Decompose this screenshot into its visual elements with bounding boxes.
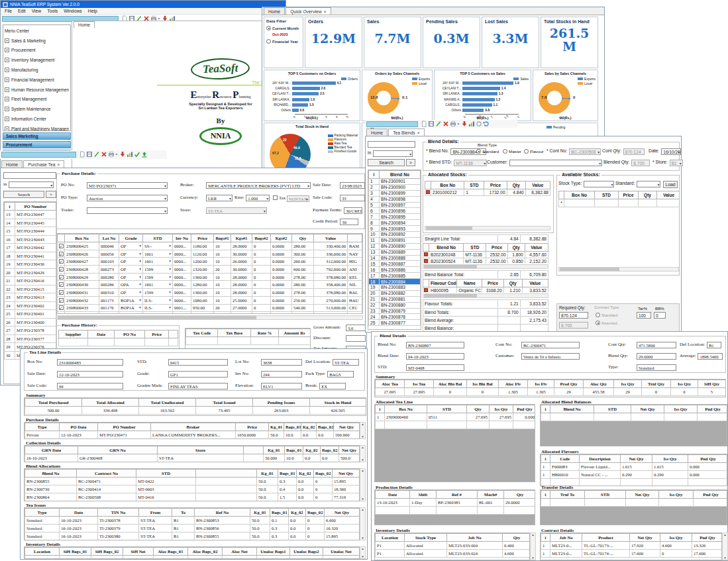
cell[interactable]: 50.0 <box>257 493 278 501</box>
column-header[interactable]: Aloc Bags_02 <box>188 548 223 556</box>
column-header[interactable]: i <box>5 203 15 211</box>
table-row[interactable]: 1BN-2300901 <box>369 179 421 185</box>
cell[interactable]: 278.00 <box>292 273 314 281</box>
table-row[interactable]: H800095Organic FC - ...3168.201.2103,833… <box>423 287 548 293</box>
radio-standard[interactable]: Standard <box>476 149 499 154</box>
cell[interactable]: 50.0 <box>250 517 270 525</box>
cell[interactable]: OP▾ <box>119 289 143 297</box>
column-header[interactable]: Kgs#2 <box>271 234 292 242</box>
cell[interactable] <box>196 485 257 493</box>
cell[interactable]: MT/PO/230441 <box>15 252 56 260</box>
cell[interactable]: ST-TEA <box>25 556 60 560</box>
column-header[interactable]: Stock Type <box>405 534 447 542</box>
column-header[interactable]: Pnd Qty <box>694 491 728 499</box>
table-row[interactable]: 5BN-2300897 <box>369 202 421 208</box>
cell[interactable]: 1.21 <box>497 300 520 308</box>
cell[interactable]: 0.3 <box>270 533 289 540</box>
table-row[interactable]: 3BN-2300899 <box>369 190 421 196</box>
grade-field[interactable]: GP1 <box>168 371 228 378</box>
cell[interactable]: 16 <box>5 235 15 244</box>
cell[interactable]: 1 <box>541 542 550 550</box>
tree-root[interactable]: Menu Center <box>5 26 69 36</box>
column-header[interactable]: Price <box>191 234 214 242</box>
cell[interactable]: MT/PO/230413 <box>15 293 56 302</box>
average-field[interactable]: 1898.5400 <box>698 353 723 360</box>
table-row[interactable]: 8BN-2300894 <box>369 220 421 226</box>
cell[interactable]: 0.000 <box>688 463 728 471</box>
cell[interactable]: TL-GL-70173-... <box>582 542 630 550</box>
cell[interactable]: 0 <box>434 388 467 396</box>
cell[interactable]: 5 <box>698 388 726 396</box>
table-row[interactable]: Private12-10-2023MT/PO/230471LANKA COMMO… <box>25 431 360 439</box>
column-header[interactable]: Blend No <box>380 171 421 179</box>
empty-row[interactable]: ▾▾ <box>58 312 362 314</box>
cell[interactable]: NAY <box>348 250 362 258</box>
table-row[interactable]: 19MT/PO/230430 <box>5 260 56 269</box>
cell[interactable]: 0 <box>252 250 271 258</box>
customer-field[interactable]: Venta de Té e Infusio <box>521 353 580 360</box>
rate-combo[interactable]: 1.000 <box>246 195 270 201</box>
cell[interactable]: 77.319 <box>333 493 360 501</box>
horizontal-scrollbar[interactable] <box>423 293 548 298</box>
cell[interactable]: 600.00 <box>292 266 314 274</box>
cell[interactable]: 28.0000 <box>231 242 252 250</box>
column-header[interactable]: i <box>541 455 550 463</box>
cell[interactable]: 27.695 <box>405 388 434 396</box>
cell[interactable]: 1 <box>541 550 550 558</box>
cell[interactable]: 8,382.88 <box>525 189 550 196</box>
column-header[interactable]: Flavour Code <box>429 280 457 287</box>
cell[interactable]: 10 <box>214 296 231 304</box>
cell[interactable]: 1599▾ <box>143 289 173 297</box>
cell[interactable]: ST-TEA <box>139 533 172 540</box>
cell[interactable]: 0 <box>290 556 323 560</box>
save-icon[interactable] <box>427 120 435 127</box>
cell[interactable]: 270,000.00 <box>314 296 348 304</box>
payment-terms-field[interactable]: 30/CREDIT <box>344 207 362 214</box>
column-header[interactable]: Date <box>88 331 115 338</box>
cell[interactable]: B1 <box>172 517 195 525</box>
column-header[interactable]: Type <box>25 423 60 431</box>
column-header[interactable]: Job No <box>447 534 503 542</box>
column-header[interactable]: To <box>172 509 195 517</box>
cell[interactable]: 0 <box>642 388 671 396</box>
cell[interactable]: BN-2300855 <box>195 533 250 540</box>
cell[interactable]: 500.00 <box>25 407 82 415</box>
cell[interactable]: MLT23-0... <box>550 550 582 558</box>
column-header[interactable]: Qty <box>503 280 522 287</box>
column-header[interactable]: Aloc Bags_01 <box>154 548 188 556</box>
cell[interactable]: BN-2300894 <box>380 220 421 226</box>
cell[interactable]: 0.0 <box>289 533 306 540</box>
cont-qty-field[interactable]: 471.5800 <box>637 342 676 348</box>
column-header[interactable]: Value <box>522 280 548 287</box>
table-row[interactable]: BN-2300730BC-2300414MT-060350.00.40.0018… <box>25 485 360 493</box>
cell[interactable]: 0 <box>306 517 325 525</box>
cell[interactable]: BN-2300882 <box>380 290 421 296</box>
cell[interactable]: OP▾ <box>119 250 143 258</box>
column-header[interactable]: Kg_01 <box>264 446 285 454</box>
radio-contract-standard[interactable]: Standard <box>596 313 617 317</box>
cell[interactable]: 1-Day <box>410 499 437 507</box>
tree-item[interactable]: +Information Center <box>5 114 69 124</box>
table-row[interactable]: 25MT/PO/230401 <box>5 310 56 319</box>
cell[interactable]: ILS-▾ <box>143 304 173 312</box>
cell[interactable]: 0.0 <box>289 517 306 525</box>
new-icon[interactable] <box>420 120 427 127</box>
trader-combo[interactable] <box>87 207 168 214</box>
column-header[interactable]: i <box>376 405 385 413</box>
table-row[interactable]: ✓2308000425000046OP▾SS--▾0000...1180.001… <box>58 242 362 250</box>
cell[interactable]: 25 <box>5 310 15 319</box>
cell[interactable]: NIL <box>348 281 362 289</box>
cell[interactable]: 1599▾ <box>143 273 173 281</box>
table-row[interactable]: 23MT/PO/230413 <box>5 293 56 302</box>
cell[interactable]: 24 <box>5 301 15 310</box>
cell[interactable]: 540.00 <box>292 304 314 312</box>
cell[interactable]: 0000... <box>173 289 191 297</box>
radio-current-month[interactable]: Current Month <box>266 26 299 30</box>
cell[interactable]: 0 <box>306 525 325 533</box>
table-row[interactable]: 16MT/PO/230443 <box>5 235 56 244</box>
column-header[interactable]: Bags#1 <box>214 234 231 242</box>
cell[interactable]: 0.290 <box>652 471 688 479</box>
empty-row[interactable] <box>376 507 536 515</box>
cell[interactable]: 18 <box>369 279 380 285</box>
cell[interactable]: F600083 <box>550 463 580 471</box>
